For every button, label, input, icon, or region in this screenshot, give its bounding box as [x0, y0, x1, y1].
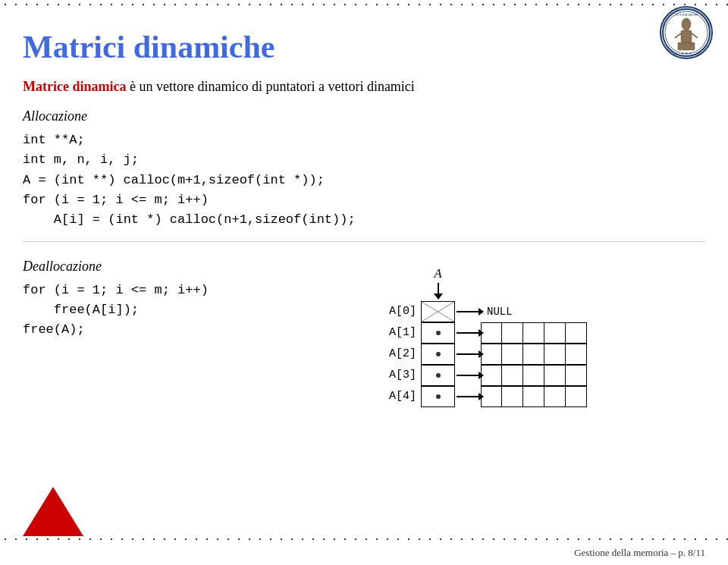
- matrix-row-4: A[4]: [387, 386, 587, 407]
- subtitle-highlight: Matrice dinamica: [23, 79, 126, 94]
- arrow-right-2: [457, 353, 479, 355]
- dealloc-line-1: for (i = 1; i <= m; i++): [23, 281, 311, 300]
- svg-point-13: [436, 331, 441, 335]
- pointer-cell-2: [421, 344, 455, 365]
- row-label-3: A[3]: [387, 369, 421, 381]
- code-alloc: int **A; int m, n, i, j; A = (int **) ca…: [23, 130, 705, 231]
- section-alloc-label: Allocazione: [23, 108, 705, 124]
- data-cell: [502, 365, 523, 386]
- section-divider: [23, 241, 705, 242]
- code-line-5: A[i] = (int *) calloc(n+1,sizeof(int));: [23, 210, 705, 230]
- code-line-1: int **A;: [23, 130, 705, 150]
- null-cell-icon: [422, 302, 454, 322]
- data-cell: [481, 386, 502, 407]
- matrix-rows: A[0] NULL A[1]: [387, 301, 587, 407]
- pointer-dot-icon: [435, 329, 442, 337]
- dealloc-line-3: free(A);: [23, 320, 311, 340]
- pointer-dot-icon: [435, 393, 442, 400]
- data-cell: [523, 386, 544, 407]
- code-line-3: A = (int **) calloc(m+1,sizeof(int *));: [23, 171, 705, 190]
- bottom-section: Deallocazione for (i = 1; i <= m; i++) f…: [23, 259, 705, 407]
- data-cell: [502, 386, 523, 407]
- row-label-0: A[0]: [387, 305, 421, 318]
- arrow-right-0: [457, 311, 479, 312]
- data-cell: [544, 365, 566, 386]
- matrix-row-3: A[3]: [387, 365, 587, 386]
- matrix-row-2: A[2]: [387, 344, 587, 365]
- pointer-cell-1: [421, 322, 455, 344]
- data-cells-2: [481, 344, 587, 365]
- matrix-label-a: A: [421, 266, 455, 281]
- row-label-1: A[1]: [387, 326, 421, 339]
- data-cells-4: [481, 386, 587, 407]
- data-cell: [544, 386, 566, 407]
- data-cell: [481, 365, 502, 386]
- dealloc-line-2: free(A[i]);: [23, 300, 311, 320]
- row-label-2: A[2]: [387, 347, 421, 360]
- section-dealloc-label: Deallocazione: [23, 259, 311, 275]
- matrix-diagram: A A[0]: [311, 259, 705, 407]
- data-cell: [481, 322, 502, 344]
- footer-text: Gestione della memoria – p. 8/11: [574, 547, 705, 559]
- dotted-border-top: [0, 0, 728, 9]
- data-cell: [502, 344, 523, 365]
- pointer-dot-icon: [435, 350, 442, 358]
- subtitle-rest: è un vettore dinamico di puntatori a vet…: [126, 79, 414, 94]
- data-cell: [502, 322, 523, 344]
- arrow-right-4: [457, 396, 479, 397]
- red-triangle-decoration: [23, 487, 83, 536]
- subtitle: Matrice dinamica è un vettore dinamico d…: [23, 79, 705, 95]
- svg-marker-10: [434, 293, 443, 300]
- page-title: Matrici dinamiche: [23, 29, 705, 65]
- pointer-dot-icon: [435, 372, 442, 379]
- matrix-container: A A[0]: [387, 266, 587, 407]
- code-line-4: for (i = 1; i <= m; i++): [23, 190, 705, 210]
- dealloc-section: Deallocazione for (i = 1; i <= m; i++) f…: [23, 259, 311, 345]
- code-dealloc: for (i = 1; i <= m; i++) free(A[i]); fre…: [23, 281, 311, 341]
- pointer-cell-4: [421, 386, 455, 407]
- data-cell: [566, 344, 587, 365]
- data-cell: [523, 344, 544, 365]
- data-cell: [566, 322, 587, 344]
- data-cells-1: [481, 322, 587, 344]
- matrix-arrow: [421, 283, 455, 300]
- data-cell: [523, 365, 544, 386]
- row-label-4: A[4]: [387, 390, 421, 403]
- data-cell: [523, 322, 544, 344]
- null-label: NULL: [487, 306, 513, 318]
- svg-point-14: [436, 352, 441, 356]
- arrow-down-icon: [434, 283, 443, 300]
- pointer-cell-0: [421, 301, 455, 322]
- data-cell: [566, 386, 587, 407]
- arrow-right-1: [457, 332, 479, 334]
- matrix-row-0: A[0] NULL: [387, 301, 587, 322]
- pointer-cell-3: [421, 365, 455, 386]
- dotted-border-bottom: [0, 535, 728, 544]
- data-cell: [566, 365, 587, 386]
- svg-point-15: [436, 373, 441, 378]
- data-cell: [544, 344, 566, 365]
- arrow-right-3: [457, 375, 479, 376]
- data-cell: [481, 344, 502, 365]
- svg-point-16: [436, 394, 441, 399]
- code-line-2: int m, n, i, j;: [23, 150, 705, 170]
- data-cell: [544, 322, 566, 344]
- matrix-row-1: A[1]: [387, 322, 587, 344]
- data-cells-3: [481, 365, 587, 386]
